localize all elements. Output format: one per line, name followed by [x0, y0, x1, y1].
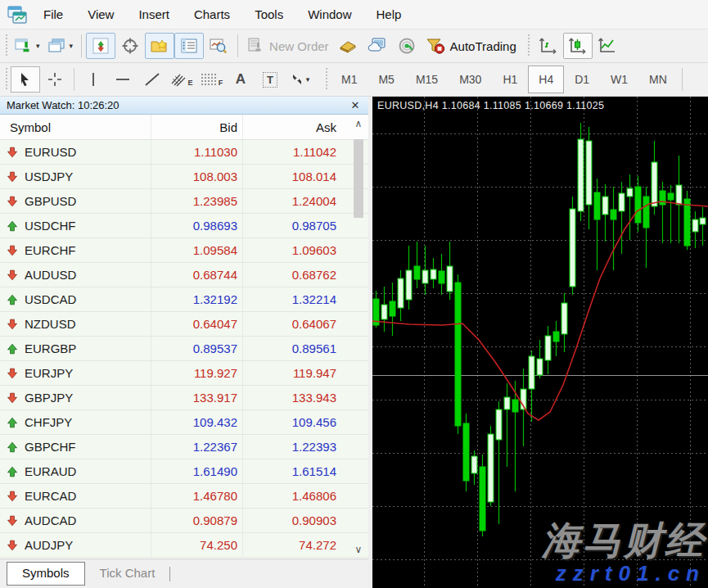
toolbar-gripper[interactable]	[527, 34, 531, 57]
crosshair-tool-button[interactable]	[40, 66, 70, 93]
table-row[interactable]: EURJPY119.927119.947	[0, 361, 368, 386]
tab-tick-chart[interactable]: Tick Chart	[85, 562, 170, 585]
bid-value: 0.90879	[151, 509, 243, 532]
scroll-up-icon[interactable]: ∧	[350, 115, 367, 133]
menu-item-charts[interactable]: Charts	[182, 7, 242, 21]
new-chart-button[interactable]: ▾	[11, 33, 44, 59]
chart-panel[interactable]: EURUSD,H4 1.10684 1.11085 1.10669 1.1102…	[372, 97, 708, 588]
community-button[interactable]	[363, 33, 392, 59]
market-watch-title: Market Watch: 10:26:20	[7, 99, 120, 111]
scrollbar[interactable]: ∧ ∨	[350, 115, 367, 559]
market-button[interactable]	[333, 33, 363, 59]
chevron-down-icon[interactable]: ▾	[306, 76, 310, 84]
price-up-arrow-icon	[7, 220, 18, 232]
signals-button[interactable]	[392, 33, 422, 59]
new-chart-icon	[15, 38, 33, 54]
trendline-tool-button[interactable]	[138, 66, 167, 93]
navigator-button[interactable]	[145, 33, 174, 59]
bar-chart-icon	[539, 37, 558, 55]
timeframe-m1[interactable]: M1	[331, 66, 368, 93]
ask-value: 1.22393	[243, 435, 340, 459]
table-row[interactable]: GBPUSD1.239851.24004	[0, 189, 368, 214]
autotrading-button[interactable]: AutoTrading	[422, 33, 521, 59]
toolbar-separator	[81, 34, 82, 57]
timeframe-h1[interactable]: H1	[492, 66, 528, 93]
ask-value: 74.272	[243, 533, 340, 557]
new-order-icon	[246, 38, 264, 54]
menu-item-window[interactable]: Window	[295, 7, 363, 21]
data-window-button[interactable]	[115, 33, 145, 59]
table-row[interactable]: EURCHF1.095841.09603	[0, 238, 368, 263]
ask-value: 0.68762	[243, 263, 340, 287]
table-row[interactable]: EURUSD1.110301.11042	[0, 140, 368, 165]
cursor-tool-button[interactable]	[11, 66, 40, 93]
new-order-button[interactable]: New Order	[242, 33, 333, 59]
table-row[interactable]: EURCAD1.467801.46806	[0, 484, 368, 509]
table-row[interactable]: CHFJPY109.432109.456	[0, 410, 368, 435]
column-header-symbol[interactable]: Symbol	[0, 115, 151, 139]
tab-symbols[interactable]: Symbols	[7, 562, 85, 586]
timeframe-m15[interactable]: M15	[405, 66, 449, 93]
text-label-tool-button[interactable]: T	[255, 66, 285, 93]
text-tool-button[interactable]: A	[226, 66, 255, 93]
profiles-button[interactable]: ▾	[44, 33, 78, 59]
menu-item-file[interactable]: File	[31, 7, 75, 21]
close-icon[interactable]: ✕	[349, 99, 362, 111]
menu-item-tools[interactable]: Tools	[242, 7, 295, 21]
strategy-tester-button[interactable]	[204, 33, 233, 59]
table-row[interactable]: EURGBP0.895370.89561	[0, 337, 368, 361]
column-header-bid[interactable]: Bid	[151, 115, 243, 139]
table-row[interactable]: USDCAD1.321921.32214	[0, 287, 368, 312]
scrollbar-thumb[interactable]	[354, 139, 363, 218]
market-watch-toggle-button[interactable]	[86, 33, 115, 59]
menu-item-help[interactable]: Help	[364, 7, 414, 21]
ask-value: 1.46806	[243, 484, 340, 508]
scroll-down-icon[interactable]: ∨	[350, 541, 367, 559]
toolbar-gripper[interactable]	[4, 34, 8, 57]
fibonacci-tool-button[interactable]: F	[196, 66, 226, 93]
price-down-arrow-icon	[7, 392, 18, 404]
timeframe-m5[interactable]: M5	[368, 66, 404, 93]
menu-item-view[interactable]: View	[75, 7, 126, 21]
timeframe-m30[interactable]: M30	[449, 66, 492, 93]
navigator-icon	[151, 38, 169, 54]
table-row[interactable]: AUDCAD0.908790.90903	[0, 509, 368, 533]
table-row[interactable]: USDCHF0.986930.98705	[0, 214, 368, 238]
watermark-brand-text: 海马财经	[542, 520, 706, 560]
chart-watermark: 海马财经 zzrt01.cn	[542, 520, 706, 585]
timeframe-w1[interactable]: W1	[600, 66, 638, 93]
table-row[interactable]: GBPCHF1.223671.22393	[0, 435, 368, 459]
table-row[interactable]: USDJPY108.003108.014	[0, 165, 368, 189]
timeframe-mn[interactable]: MN	[638, 66, 678, 93]
candlestick-chart[interactable]	[372, 97, 708, 588]
channel-tool-button[interactable]: E	[167, 66, 196, 93]
arrows-tool-button[interactable]: ▾	[285, 66, 314, 93]
scrollbar-track[interactable]	[352, 133, 365, 541]
symbol-label: CHFJPY	[25, 415, 72, 429]
terminal-button[interactable]	[174, 33, 204, 59]
table-row[interactable]: GBPJPY133.917133.943	[0, 386, 368, 410]
candlestick-chart-button[interactable]	[563, 33, 593, 59]
column-header-ask[interactable]: Ask	[243, 115, 340, 139]
table-row[interactable]: NZDUSD0.640470.64067	[0, 312, 368, 337]
toolbar-gripper[interactable]	[324, 68, 328, 91]
line-chart-button[interactable]	[593, 33, 622, 59]
symbol-label: AUDJPY	[25, 538, 73, 552]
ask-value: 1.24004	[243, 189, 340, 213]
bar-chart-button[interactable]	[534, 33, 563, 59]
price-up-arrow-icon	[7, 294, 18, 305]
chevron-down-icon[interactable]: ▾	[70, 43, 74, 50]
mt4-window: FileViewInsertChartsToolsWindowHelp ▾ ▾	[0, 0, 708, 588]
vertical-line-tool-button[interactable]	[79, 66, 108, 93]
table-row[interactable]: AUDJPY74.25074.272	[0, 533, 368, 558]
table-row[interactable]: EURAUD1.614901.61514	[0, 459, 368, 484]
horizontal-line-tool-button[interactable]	[108, 66, 138, 93]
fibonacci-letter: F	[219, 79, 223, 92]
timeframe-d1[interactable]: D1	[564, 66, 600, 93]
menu-item-insert[interactable]: Insert	[126, 7, 182, 21]
toolbar-gripper[interactable]	[4, 68, 8, 91]
timeframe-h4[interactable]: H4	[528, 66, 564, 93]
market-watch-titlebar[interactable]: Market Watch: 10:26:20 ✕	[0, 97, 368, 115]
chevron-down-icon[interactable]: ▾	[36, 43, 40, 50]
table-row[interactable]: AUDUSD0.687440.68762	[0, 263, 368, 287]
